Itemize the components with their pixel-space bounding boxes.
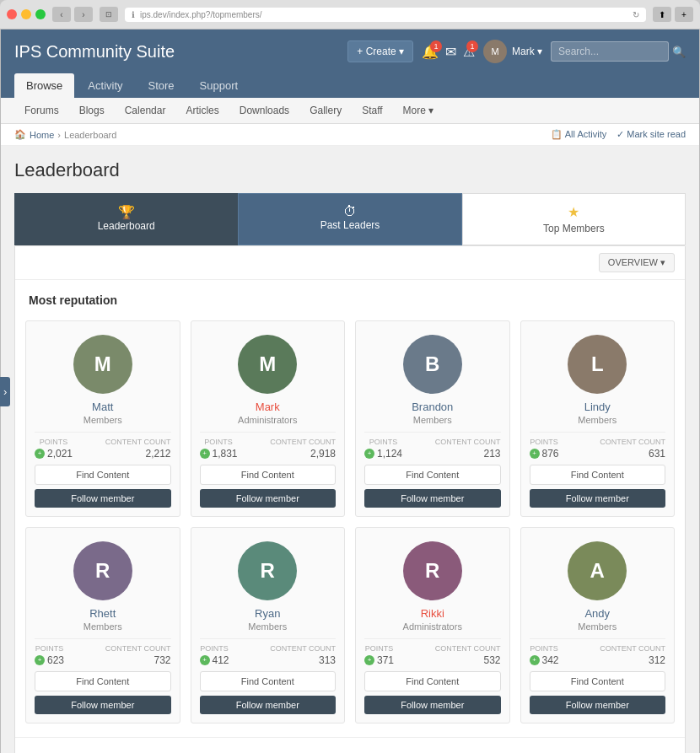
notifications-icon[interactable]: 🔔 1 <box>422 44 439 60</box>
nav-downloads[interactable]: Downloads <box>229 98 299 123</box>
breadcrumb-current: Leaderboard <box>64 130 116 140</box>
nav-tab-activity[interactable]: Activity <box>76 73 134 98</box>
member-stats: POINTS +342 CONTENT COUNT 312 <box>530 638 666 666</box>
mark-site-read-link[interactable]: ✓ Mark site read <box>617 129 686 140</box>
member-card: M Matt Members POINTS +2,021 CONTENT COU… <box>25 320 180 517</box>
breadcrumb-left: 🏠 Home › Leaderboard <box>14 129 116 140</box>
follow-member-button[interactable]: Follow member <box>35 696 171 714</box>
tab-leaderboard[interactable]: 🏆 Leaderboard <box>14 193 238 245</box>
breadcrumb-home[interactable]: Home <box>30 130 54 140</box>
member-avatar: B <box>403 335 462 394</box>
messages-icon[interactable]: ✉ <box>445 44 456 60</box>
find-content-button[interactable]: Find Content <box>200 671 337 691</box>
alerts-icon[interactable]: ⚠ 1 <box>463 44 475 60</box>
nav-staff[interactable]: Staff <box>352 98 392 123</box>
find-content-button[interactable]: Find Content <box>35 465 171 485</box>
tab-past-leaders[interactable]: ⏱ Past Leaders <box>238 193 461 245</box>
breadcrumb-right: 📋 All Activity ✓ Mark site read <box>551 129 686 140</box>
search-icon[interactable]: 🔍 <box>672 46 686 58</box>
member-role: Members <box>530 415 666 425</box>
member-name[interactable]: Rikki <box>364 607 501 620</box>
member-card: A Andy Members POINTS +342 CONTENT COUNT… <box>520 527 676 723</box>
member-avatar: L <box>568 335 627 394</box>
member-avatar: R <box>73 541 132 600</box>
most-reputation-grid: M Matt Members POINTS +2,021 CONTENT COU… <box>15 314 685 737</box>
follow-member-button[interactable]: Follow member <box>364 696 501 714</box>
most-content-title: Most content <box>15 738 685 753</box>
find-content-button[interactable]: Find Content <box>530 465 666 485</box>
back-button[interactable]: ‹ <box>52 7 71 22</box>
follow-member-button[interactable]: Follow member <box>35 489 171 508</box>
find-content-button[interactable]: Find Content <box>200 465 337 485</box>
find-content-button[interactable]: Find Content <box>364 465 501 485</box>
member-role: Administrators <box>200 415 337 425</box>
window-controls: ⊡ <box>100 7 118 22</box>
member-name[interactable]: Mark <box>200 401 337 413</box>
member-avatar: A <box>568 541 627 600</box>
follow-member-button[interactable]: Follow member <box>200 696 337 714</box>
create-button[interactable]: + Create ▾ <box>347 40 413 62</box>
member-name[interactable]: Rhett <box>35 607 171 620</box>
member-card: R Rhett Members POINTS +623 CONTENT COUN… <box>25 527 180 723</box>
more-button[interactable]: + <box>675 7 693 22</box>
breadcrumb-separator: › <box>57 130 61 140</box>
member-avatar: M <box>238 335 297 394</box>
sidebar-toggle[interactable]: › <box>0 377 10 406</box>
leaderboard-tabs: 🏆 Leaderboard ⏱ Past Leaders ★ Top Membe… <box>14 193 686 245</box>
follow-member-button[interactable]: Follow member <box>530 489 666 508</box>
member-stats: POINTS +876 CONTENT COUNT 631 <box>530 432 666 460</box>
user-menu[interactable]: Mark ▾ <box>512 46 542 57</box>
member-stats: POINTS +412 CONTENT COUNT 313 <box>200 638 337 666</box>
page-content: Leaderboard 🏆 Leaderboard ⏱ Past Leaders… <box>1 146 699 753</box>
member-card: B Brandon Members POINTS +1,124 CONTENT … <box>355 320 510 517</box>
address-bar[interactable]: ℹ ips.dev/index.php?/topmembers/ ↻ <box>125 8 646 22</box>
member-name[interactable]: Lindy <box>530 401 666 413</box>
follow-member-button[interactable]: Follow member <box>200 489 337 508</box>
nav-more[interactable]: More ▾ <box>393 98 444 123</box>
main-nav: Browse Activity Store Support <box>1 73 699 98</box>
member-card: M Mark Administrators POINTS +1,831 CONT… <box>191 320 346 517</box>
find-content-button[interactable]: Find Content <box>35 671 171 691</box>
follow-member-button[interactable]: Follow member <box>364 489 501 508</box>
tab-top-members[interactable]: ★ Top Members <box>462 193 686 245</box>
notification-badge: 1 <box>430 40 442 52</box>
member-name[interactable]: Brandon <box>364 401 501 413</box>
member-name[interactable]: Matt <box>35 401 171 413</box>
member-stats: POINTS +1,831 CONTENT COUNT 2,918 <box>200 432 337 460</box>
url: ips.dev/index.php?/topmembers/ <box>140 10 262 19</box>
header-icons: 🔔 1 ✉ ⚠ 1 <box>422 44 475 60</box>
member-card: L Lindy Members POINTS +876 CONTENT COUN… <box>520 320 676 517</box>
member-stats: POINTS +2,021 CONTENT COUNT 2,212 <box>35 432 171 460</box>
most-content-section: Most content M Mark Administrators POINT… <box>15 737 685 753</box>
most-reputation-section: Most reputation M Matt Members POINTS +2… <box>15 280 685 737</box>
find-content-button[interactable]: Find Content <box>364 671 501 691</box>
leaderboard-tab-label: Leaderboard <box>25 220 227 232</box>
nav-tab-support[interactable]: Support <box>188 73 250 98</box>
overview-button[interactable]: OVERVIEW ▾ <box>599 253 675 272</box>
nav-forums[interactable]: Forums <box>14 98 69 123</box>
member-role: Members <box>530 621 666 632</box>
user-avatar: M <box>483 40 507 63</box>
home-icon: 🏠 <box>14 129 26 140</box>
all-activity-link[interactable]: 📋 All Activity <box>551 129 606 140</box>
member-name[interactable]: Ryan <box>200 607 337 620</box>
find-content-button[interactable]: Find Content <box>530 671 666 691</box>
search-area: 🔍 <box>551 41 686 62</box>
follow-member-button[interactable]: Follow member <box>530 696 666 714</box>
member-role: Members <box>35 621 171 632</box>
nav-blogs[interactable]: Blogs <box>69 98 115 123</box>
search-input[interactable] <box>551 41 669 62</box>
nav-calendar[interactable]: Calendar <box>115 98 176 123</box>
nav-gallery[interactable]: Gallery <box>299 98 352 123</box>
forward-button[interactable]: › <box>74 7 93 22</box>
nav-tab-store[interactable]: Store <box>137 73 186 98</box>
user-area[interactable]: M Mark ▾ <box>483 40 542 63</box>
page-title: Leaderboard <box>14 159 686 181</box>
share-button[interactable]: ⬆ <box>653 7 671 22</box>
member-role: Members <box>35 415 171 425</box>
member-name[interactable]: Andy <box>530 607 666 620</box>
nav-articles[interactable]: Articles <box>175 98 229 123</box>
app-header: IPS Community Suite + Create ▾ 🔔 1 ✉ ⚠ 1… <box>1 30 699 73</box>
nav-tab-browse[interactable]: Browse <box>14 73 74 98</box>
top-members-tab-label: Top Members <box>543 223 605 234</box>
